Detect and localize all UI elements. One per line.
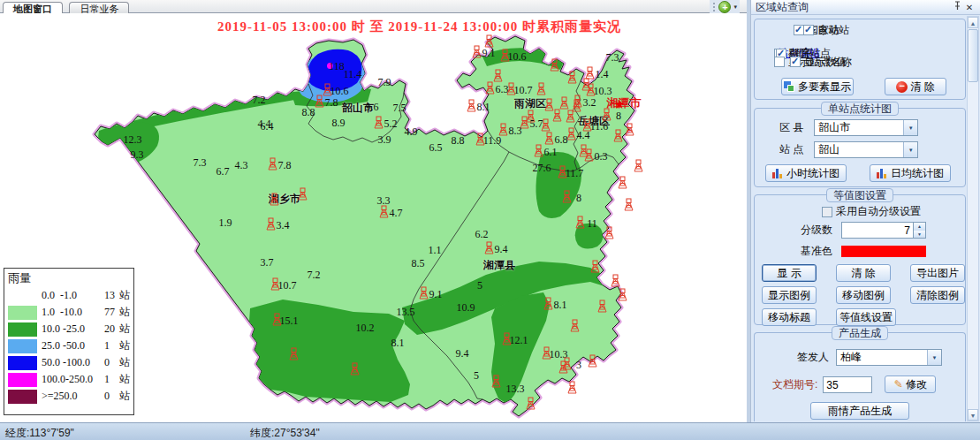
contour-group-title: 等值图设置 xyxy=(826,188,893,202)
rainfall-legend[interactable]: 雨量 0.0 -1.013站1.0 -10.077站10.0 -25.020站2… xyxy=(4,268,134,415)
layers-icon xyxy=(784,81,795,92)
legend-count: 0 xyxy=(104,390,119,403)
product-group: 产品生成 签发人 柏峰 ▼ 文档期号: 35 ✎ 修改 雨情产品生成 xyxy=(754,332,966,421)
daily-chart-button[interactable]: 日均统计图 xyxy=(870,164,951,182)
legend-range: 50.0 -100.0 xyxy=(42,356,104,369)
clear-stations-button[interactable]: − 清 除 xyxy=(885,78,946,95)
legend-unit: 站 xyxy=(119,372,130,387)
pin-icon[interactable] xyxy=(951,1,963,14)
export-image-button[interactable]: 导出图片 xyxy=(910,264,965,282)
longitude-readout: 经度:113°7'59" xyxy=(5,426,74,440)
show-values-option[interactable]: 显示数值 xyxy=(790,55,847,70)
signer-select[interactable]: 柏峰 ▼ xyxy=(836,349,942,366)
toolbox-caret-icon[interactable]: ▾ xyxy=(733,4,737,11)
county-value: 韶山市 xyxy=(815,120,903,135)
tab-bar: 地图窗口 日常业务 + ▾ xyxy=(0,0,747,13)
legend-range: 0.0 -1.0 xyxy=(42,289,104,302)
signer-value: 柏峰 xyxy=(837,350,927,365)
legend-unit: 站 xyxy=(119,305,130,320)
station-caret-icon[interactable]: ▼ xyxy=(903,142,917,157)
clear-minus-icon: − xyxy=(896,81,908,93)
auto-grade-label: 采用自动分级设置 xyxy=(836,204,921,219)
scroll-down-icon[interactable]: ▼ xyxy=(968,409,978,421)
hourly-chart-button[interactable]: 小时统计图 xyxy=(765,164,847,182)
legend-unit: 站 xyxy=(119,288,130,303)
legend-count: 13 xyxy=(104,289,119,302)
legend-count: 1 xyxy=(104,339,119,353)
station-label: 站 点 xyxy=(779,142,803,157)
map-title: 2019-11-05 13:00:00 时 至 2019-11-24 13:00… xyxy=(0,19,747,35)
contour-settings-group: 等值图设置 采用自动分级设置 分级数 7 ▲ ▼ 基准色 显 示清 除导出图片显… xyxy=(754,194,966,325)
legend-row: 1.0 -10.077站 xyxy=(8,304,130,321)
contour-line-settings-button[interactable]: 等值线设置 xyxy=(836,308,896,326)
legend-range: 100.0-250.0 xyxy=(42,373,104,386)
latitude-readout: 纬度:27°53'34" xyxy=(250,426,320,440)
panel-header: 区域站查询 ✕ xyxy=(751,0,980,15)
rain-band-southwest xyxy=(249,300,410,402)
signer-caret-icon[interactable]: ▼ xyxy=(927,350,941,365)
generate-product-label: 雨情产品生成 xyxy=(828,404,892,419)
plus-icon: + xyxy=(722,2,727,12)
status-bar: 经度:113°7'59" 纬度:27°53'34" xyxy=(0,422,980,440)
clear-contour-button[interactable]: 清 除 xyxy=(836,264,891,282)
panel-scrollbar[interactable]: ▲ ▼ xyxy=(967,16,979,421)
legend-title: 雨量 xyxy=(8,270,130,286)
scroll-up-icon[interactable]: ▲ xyxy=(968,17,978,28)
legend-unit: 站 xyxy=(119,338,130,353)
auto-station-checkbox[interactable] xyxy=(803,25,814,35)
signer-label: 签发人 xyxy=(797,350,829,365)
basecolor-swatch[interactable] xyxy=(841,246,926,257)
multi-element-label: 多要素显示 xyxy=(798,80,851,95)
show-contour-button[interactable]: 显 示 xyxy=(762,264,817,282)
legend-count: 0 xyxy=(104,356,119,369)
levels-value[interactable]: 7 xyxy=(841,222,914,239)
levels-spinner[interactable]: 7 ▲ ▼ xyxy=(841,222,926,239)
auto-grade-option[interactable]: 采用自动分级设置 xyxy=(822,204,921,219)
multi-element-button[interactable]: 多要素显示 xyxy=(781,78,854,95)
levels-label: 分级数 xyxy=(801,223,832,238)
rain-patch-east-small xyxy=(575,224,604,249)
grip-dots-icon xyxy=(712,2,716,12)
region-station-panel: 区域站查询 ✕ 国家站 自动站 剔除站点 降序 xyxy=(750,0,980,422)
close-icon[interactable]: ✕ xyxy=(963,1,976,14)
move-legend-button[interactable]: 移动图例 xyxy=(836,286,891,304)
station-select[interactable]: 韶山 ▼ xyxy=(814,141,918,158)
daily-chart-label: 日均统计图 xyxy=(891,166,944,181)
auto-station-option[interactable]: 自动站 xyxy=(803,23,849,38)
legend-range: 25.0 -50.0 xyxy=(42,339,104,353)
legend-swatch xyxy=(8,339,37,353)
station-chart-group-title: 单站点统计图 xyxy=(821,102,899,116)
move-title-button[interactable]: 移动标题 xyxy=(762,308,817,326)
map-canvas[interactable]: 2019-11-05 13:00:00 时 至 2019-11-24 13:00… xyxy=(0,13,747,422)
clear-legend-button[interactable]: 清除图例 xyxy=(910,286,965,304)
scrollbar-thumb[interactable] xyxy=(968,29,978,82)
legend-count: 77 xyxy=(104,306,119,319)
doc-number-input[interactable]: 35 xyxy=(823,376,872,393)
county-label: 区 县 xyxy=(779,120,803,135)
tabbar-toolbox: + ▾ xyxy=(710,0,740,13)
legend-row: 0.0 -1.013站 xyxy=(8,287,130,304)
spinner-up-icon[interactable]: ▲ xyxy=(914,223,925,231)
legend-range: 1.0 -10.0 xyxy=(42,306,104,319)
legend-unit: 站 xyxy=(119,389,130,404)
county-select[interactable]: 韶山市 ▼ xyxy=(814,119,918,136)
show-values-checkbox[interactable] xyxy=(790,57,801,67)
spinner-down-icon[interactable]: ▼ xyxy=(914,231,925,239)
auto-grade-checkbox[interactable] xyxy=(822,207,832,217)
add-layer-button[interactable]: + xyxy=(718,1,731,13)
show-legend-button[interactable]: 显示图例 xyxy=(762,286,817,304)
display-options-group: 国家站 自动站 剔除站点 降序 站点编辑 显示站点名称 xyxy=(754,19,966,100)
county-caret-icon[interactable]: ▼ xyxy=(903,120,917,135)
legend-swatch xyxy=(8,356,37,370)
modify-button[interactable]: ✎ 修改 xyxy=(885,376,936,393)
bar-chart-icon xyxy=(772,168,784,178)
generate-product-button[interactable]: 雨情产品生成 xyxy=(810,402,909,420)
legend-swatch xyxy=(8,373,37,387)
legend-swatch xyxy=(8,289,37,303)
station-value: 韶山 xyxy=(815,142,903,157)
legend-swatch xyxy=(8,322,37,337)
legend-swatch xyxy=(8,306,37,320)
legend-count: 1 xyxy=(104,373,119,386)
show-names-checkbox[interactable] xyxy=(774,57,785,67)
auto-station-label: 自动站 xyxy=(817,23,849,38)
